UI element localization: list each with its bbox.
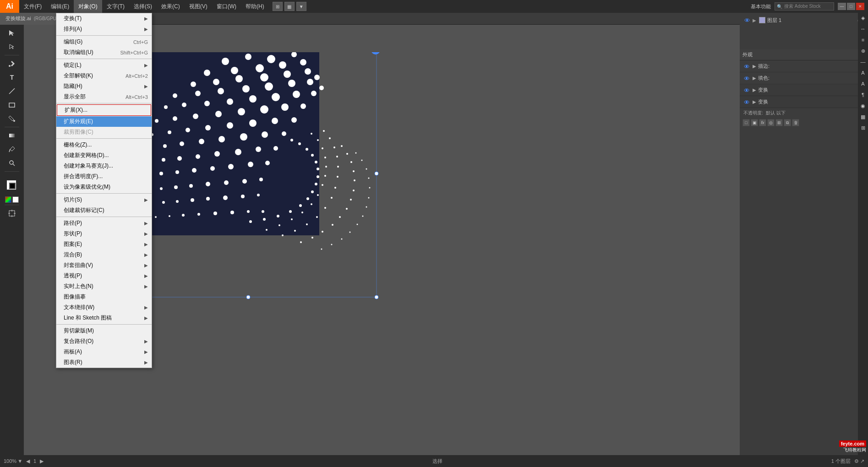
transform-group-visibility-icon[interactable] bbox=[743, 87, 750, 93]
menu-ungroup[interactable]: 取消编组(U) Shift+Ctrl+G bbox=[56, 47, 152, 58]
svg-point-15 bbox=[245, 54, 251, 60]
menu-file[interactable]: 文件(F) bbox=[19, 0, 46, 13]
artboard-next[interactable]: ▶ bbox=[40, 458, 44, 464]
none-mode-btn[interactable] bbox=[12, 196, 19, 203]
stroke-row[interactable]: ▶ 描边: bbox=[740, 60, 868, 72]
zoom-control[interactable]: 100% ▼ bbox=[4, 458, 22, 464]
menu-pattern[interactable]: 图案(E) ▶ bbox=[56, 239, 152, 250]
menu-object[interactable]: 对象(O) bbox=[74, 0, 102, 13]
menu-create-mesh[interactable]: 创建新变网格(D)... bbox=[56, 150, 152, 161]
workspace-label[interactable]: 基本功能 bbox=[751, 3, 771, 10]
menu-hide[interactable]: 隐藏(H) ▶ bbox=[56, 81, 152, 92]
menu-edit[interactable]: 编辑(E) bbox=[46, 0, 74, 13]
opacity-value[interactable]: 默认 以下 bbox=[766, 110, 786, 116]
line-tool[interactable] bbox=[5, 85, 18, 98]
circle-btn[interactable]: ◎ bbox=[767, 119, 775, 126]
dupe2-btn[interactable]: ⧉ bbox=[784, 119, 791, 126]
search-box[interactable]: 🔍 搜索 Adobe Stock bbox=[775, 2, 834, 11]
char-style-icon[interactable]: A bbox=[858, 79, 868, 89]
new-art-btn[interactable]: □ bbox=[742, 119, 750, 126]
arrange-icon[interactable]: ⊞ bbox=[273, 2, 283, 11]
stroke-color-box[interactable] bbox=[9, 183, 16, 189]
direct-select-tool[interactable] bbox=[5, 40, 18, 53]
gradient-icon[interactable]: ▦ bbox=[858, 112, 868, 122]
eyedropper-tool[interactable] bbox=[5, 143, 18, 156]
layer-arrow[interactable]: ▶ bbox=[753, 18, 757, 23]
fill-row[interactable]: ▶ 填色: bbox=[740, 72, 868, 84]
separator-6 bbox=[56, 217, 152, 217]
menu-perspective[interactable]: 透视(P) ▶ bbox=[56, 271, 152, 281]
menu-help[interactable]: 帮助(H) bbox=[241, 0, 269, 13]
color-mode-btn[interactable] bbox=[5, 196, 11, 203]
fx-btn[interactable]: fx bbox=[759, 119, 766, 126]
menu-expand-appearance[interactable]: 扩展外观(E) bbox=[56, 116, 152, 127]
menu-show-all[interactable]: 显示全部 Alt+Ctrl+3 bbox=[56, 92, 152, 102]
menu-effect[interactable]: 效果(C) bbox=[157, 0, 185, 13]
grid-btn[interactable]: ⊞ bbox=[775, 119, 783, 126]
menu-unlock-all[interactable]: 全部解锁(K) Alt+Ctrl+2 bbox=[56, 71, 152, 81]
menu-shape[interactable]: 形状(P) ▶ bbox=[56, 228, 152, 239]
menu-live-paint[interactable]: 实时上色(N) ▶ bbox=[56, 281, 152, 292]
stroke-visibility-icon[interactable] bbox=[743, 63, 750, 70]
fill-visibility-icon[interactable] bbox=[743, 75, 750, 81]
close-button[interactable]: ✕ bbox=[856, 3, 864, 10]
menu-slice[interactable]: 切片(S) ▶ bbox=[56, 195, 152, 205]
menu-crop-marks[interactable]: 创建裁切标记(C) bbox=[56, 205, 152, 216]
menu-envelope-distort[interactable]: 封套扭曲(V) ▶ bbox=[56, 260, 152, 271]
menu-pixel-optimize[interactable]: 设为像素级优化(M) bbox=[56, 182, 152, 192]
delete-btn[interactable]: 🗑 bbox=[792, 119, 799, 126]
gradient-tool[interactable] bbox=[5, 129, 18, 142]
transform-row[interactable]: ▶ 变换 fx bbox=[740, 96, 868, 108]
menu-chart[interactable]: 图表(R) ▶ bbox=[56, 357, 152, 368]
pen-tool[interactable] bbox=[5, 57, 18, 70]
grid-icon[interactable]: ▦ bbox=[284, 2, 295, 11]
type-tool[interactable]: T bbox=[5, 71, 18, 84]
menu-artboards[interactable]: 画板(A) ▶ bbox=[56, 347, 152, 357]
maximize-button[interactable]: □ bbox=[847, 3, 855, 10]
select-tool[interactable] bbox=[5, 27, 18, 39]
menu-rasterize[interactable]: 栅格化(Z)... bbox=[56, 140, 152, 150]
layer-item[interactable]: ▶ 图层 1 ○ ● bbox=[740, 14, 868, 27]
minimize-button[interactable]: — bbox=[838, 3, 846, 10]
menu-image-trace[interactable]: 图像描摹 bbox=[56, 292, 152, 302]
align-icon[interactable]: ≡ bbox=[858, 35, 868, 45]
menu-select[interactable]: 选择(S) bbox=[129, 0, 157, 13]
menu-compound-path[interactable]: 复合路径(O) ▶ bbox=[56, 336, 152, 347]
color-icon[interactable]: ◉ bbox=[858, 101, 868, 111]
menu-expand[interactable]: 扩展(X)... bbox=[57, 104, 151, 116]
menu-view[interactable]: 视图(V) bbox=[185, 0, 212, 13]
menu-line-sketch[interactable]: Line 和 Sketch 图稿 ▶ bbox=[56, 313, 152, 323]
rect-tool[interactable] bbox=[5, 98, 18, 111]
menu-window[interactable]: 窗口(W) bbox=[212, 0, 241, 13]
menu-path[interactable]: 路径(P) ▶ bbox=[56, 218, 152, 228]
zoom-value[interactable]: 100% bbox=[4, 458, 16, 464]
transform-visibility-icon[interactable] bbox=[743, 99, 750, 105]
zoom-tool[interactable] bbox=[5, 157, 18, 169]
type-icon[interactable]: A bbox=[858, 68, 868, 78]
menu-create-mosaic[interactable]: 创建对象马赛克(J)... bbox=[56, 161, 152, 171]
transform2-icon[interactable]: ↔ bbox=[858, 24, 868, 34]
view-options-icon[interactable]: ▼ bbox=[296, 2, 306, 11]
bottom-controls[interactable]: ⚙ ↗ bbox=[854, 458, 864, 464]
pathfinder-icon[interactable]: ⊕ bbox=[858, 46, 868, 56]
menu-transform[interactable]: 变换(T) ▶ bbox=[56, 13, 152, 24]
swatches-icon[interactable]: ⊞ bbox=[858, 123, 868, 133]
menu-blend[interactable]: 混合(B) ▶ bbox=[56, 250, 152, 260]
artboard-tool[interactable] bbox=[5, 207, 18, 220]
menu-clipping-mask[interactable]: 剪切蒙版(M) bbox=[56, 326, 152, 336]
menu-arrange[interactable]: 排列(A) ▶ bbox=[56, 24, 152, 34]
appearance-icon[interactable]: ◈ bbox=[858, 13, 868, 23]
menu-text[interactable]: 文字(T) bbox=[102, 0, 129, 13]
dupe-item-btn[interactable]: ▣ bbox=[751, 119, 758, 126]
paint-bucket-tool[interactable] bbox=[5, 112, 18, 125]
artboard-prev[interactable]: ◀ bbox=[26, 458, 30, 464]
menu-flatten-transparency[interactable]: 拼合透明度(F)... bbox=[56, 171, 152, 182]
layer-visibility-toggle[interactable] bbox=[743, 16, 751, 24]
para-style-icon[interactable]: ¶ bbox=[858, 90, 868, 100]
transform-group-row[interactable]: ▶ 变换 fx bbox=[740, 84, 868, 96]
zoom-down-icon[interactable]: ▼ bbox=[17, 458, 22, 464]
menu-group[interactable]: 编组(G) Ctrl+G bbox=[56, 37, 152, 47]
stroke-icon[interactable]: — bbox=[858, 57, 868, 67]
menu-text-wrap[interactable]: 文本绕排(W) ▶ bbox=[56, 302, 152, 313]
menu-lock[interactable]: 锁定(L) ▶ bbox=[56, 60, 152, 71]
